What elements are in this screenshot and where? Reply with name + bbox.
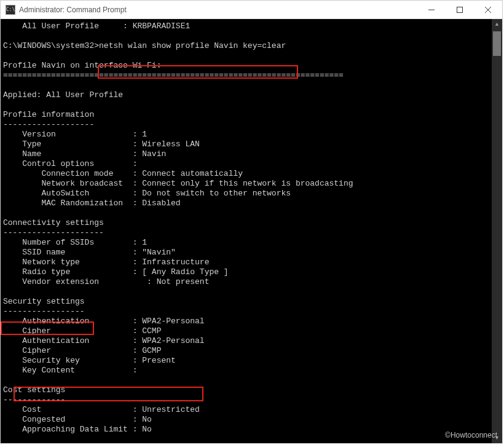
output-line: Authentication : WPA2-Personal — [3, 317, 205, 326]
watermark: ©Howtoconnect — [445, 431, 497, 439]
scroll-thumb[interactable] — [493, 31, 501, 56]
output-line: Applied: All User Profile — [3, 90, 123, 100]
output-line: Number of SSIDs : 1 — [3, 238, 147, 247]
app-icon-glyph: C:\ — [6, 7, 15, 12]
output-line: ----------------- — [3, 307, 85, 316]
titlebar[interactable]: C:\ Administrator: Command Prompt — [1, 1, 502, 19]
output-line: Vendor extension : Not present — [3, 277, 209, 286]
output-line: All User Profile : KRBPARADISE1 — [3, 22, 190, 31]
scroll-up-arrow-icon[interactable]: ▲ — [492, 19, 502, 30]
output-line: Network broadcast : Connect only if this… — [3, 179, 353, 188]
output-line: Connectivity settings — [3, 218, 104, 227]
output-line: Profile Navin on interface Wi-Fi: — [3, 61, 161, 70]
output-line: Version : 1 — [3, 130, 147, 139]
command-prompt-window: C:\ Administrator: Command Prompt All Us… — [0, 0, 503, 444]
vertical-scrollbar[interactable]: ▲ ▼ — [492, 19, 502, 443]
output-line: Authentication : WPA2-Personal — [3, 336, 205, 345]
minimize-icon — [428, 7, 435, 13]
output-line: Connection mode : Connect automatically — [3, 169, 243, 178]
output-line: MAC Randomization : Disabled — [3, 199, 181, 208]
output-line: ========================================… — [3, 71, 344, 80]
app-icon: C:\ — [6, 5, 15, 15]
maximize-button[interactable] — [446, 1, 474, 19]
output-line: Cipher : GCMP — [3, 346, 161, 355]
output-line: Security key : Present — [3, 356, 176, 365]
output-line: Name : Navin — [3, 149, 166, 159]
output-line: Control options : — [3, 159, 137, 168]
window-title: Administrator: Command Prompt — [19, 6, 127, 14]
output-line: --------------------- — [3, 228, 104, 237]
output-line: Network type : Infrastructure — [3, 258, 209, 267]
output-line: ------------------- — [3, 120, 94, 129]
minimize-button[interactable] — [417, 1, 446, 19]
output-line: Cipher : CCMP — [3, 326, 161, 336]
close-button[interactable] — [474, 1, 502, 19]
output-line: Key Content : — [3, 366, 142, 375]
output-line: Profile information — [3, 110, 94, 119]
output-line: Congested : No — [3, 415, 152, 424]
output-line: Security settings — [3, 297, 85, 306]
output-line: SSID name : "Navin" — [3, 248, 176, 257]
output-line: Type : Wireless LAN — [3, 140, 200, 149]
output-line: Radio type : [ Any Radio Type ] — [3, 267, 229, 277]
maximize-icon — [457, 7, 463, 13]
output-line: Approaching Data Limit : No — [3, 425, 152, 434]
output-line: ------------- — [3, 395, 65, 404]
output-line: AutoSwitch : Do not switch to other netw… — [3, 189, 291, 198]
output-line: Cost : Unrestricted — [3, 405, 200, 414]
svg-rect-1 — [457, 7, 463, 12]
terminal-area: All User Profile : KRBPARADISE1 C:\WINDO… — [1, 19, 502, 443]
terminal-output[interactable]: All User Profile : KRBPARADISE1 C:\WINDO… — [1, 19, 492, 443]
output-line: C:\WINDOWS\system32>netsh wlan show prof… — [3, 41, 286, 50]
close-icon — [485, 7, 491, 13]
redaction-mark — [124, 382, 203, 394]
output-line: Cost settings — [3, 385, 65, 395]
